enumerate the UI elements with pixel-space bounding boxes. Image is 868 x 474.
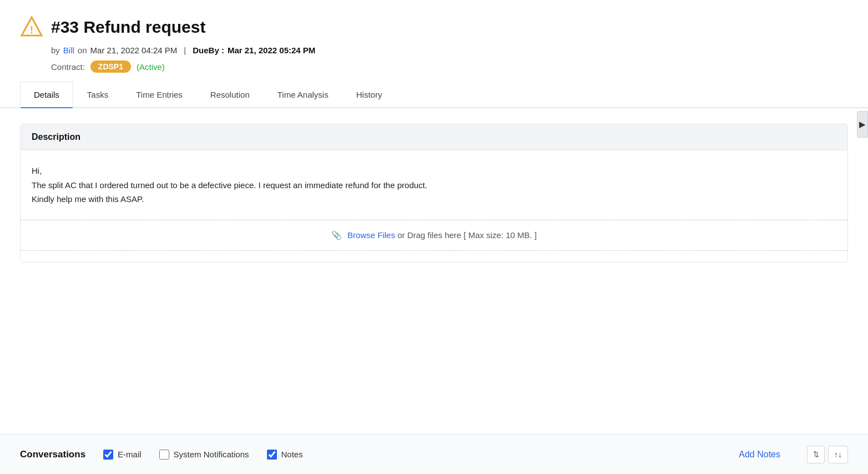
meta-row: by Bill on Mar 21, 2022 04:24 PM | DueBy… bbox=[20, 46, 848, 55]
description-line2: The split AC that I ordered turned out t… bbox=[32, 180, 427, 190]
system-notifications-checkbox[interactable] bbox=[159, 450, 169, 460]
tab-time-analysis[interactable]: Time Analysis bbox=[264, 82, 342, 108]
arrow-down-icon: ↓ bbox=[838, 450, 842, 459]
file-upload-area[interactable]: 📎 Browse Files or Drag files here [ Max … bbox=[21, 220, 847, 251]
add-notes-button[interactable]: Add Notes bbox=[739, 450, 780, 460]
email-checkbox-group: E-mail bbox=[103, 450, 142, 460]
svg-text:!: ! bbox=[30, 24, 33, 36]
notes-checkbox[interactable] bbox=[267, 450, 277, 460]
tab-resolution[interactable]: Resolution bbox=[196, 82, 264, 108]
arrow-up-icon: ↑ bbox=[834, 450, 838, 459]
description-body: Hi, The split AC that I ordered turned o… bbox=[21, 150, 847, 220]
sort-updown-icon: ⇅ bbox=[813, 450, 819, 458]
created-date: Mar 21, 2022 04:24 PM bbox=[90, 46, 178, 55]
tab-details[interactable]: Details bbox=[20, 82, 73, 108]
contract-label: Contract: bbox=[51, 62, 85, 72]
notes-label[interactable]: Notes bbox=[281, 450, 303, 459]
system-notifications-label[interactable]: System Notifications bbox=[174, 450, 249, 459]
sort-updown-button[interactable]: ⇅ bbox=[807, 446, 825, 463]
tab-history[interactable]: History bbox=[342, 82, 396, 108]
sort-arrows: ⇅ ↑↓ bbox=[807, 446, 848, 463]
ticket-header: ! #33 Refund request by Bill on Mar 21, … bbox=[0, 0, 868, 82]
description-line3: Kindly help me with this ASAP. bbox=[32, 194, 144, 204]
sort-up-down-button[interactable]: ↑↓ bbox=[828, 446, 848, 463]
user-link[interactable]: Bill bbox=[63, 46, 74, 55]
separator: | bbox=[184, 46, 186, 55]
main-content: Description Hi, The split AC that I orde… bbox=[0, 108, 868, 291]
by-label: by bbox=[51, 46, 60, 55]
tab-tasks[interactable]: Tasks bbox=[73, 82, 122, 108]
title-row: ! #33 Refund request bbox=[20, 16, 848, 39]
chevron-right-icon: ▶ bbox=[859, 119, 866, 129]
description-header: Description bbox=[21, 124, 847, 150]
contract-badge[interactable]: ZDSP1 bbox=[90, 60, 131, 73]
conversations-label: Conversations bbox=[20, 449, 85, 460]
warning-icon: ! bbox=[20, 16, 43, 39]
description-footer bbox=[21, 251, 847, 262]
active-label: (Active) bbox=[137, 62, 165, 72]
ticket-title: #33 Refund request bbox=[51, 18, 205, 37]
description-line1: Hi, bbox=[32, 166, 42, 175]
bottom-bar: Conversations E-mail System Notification… bbox=[0, 434, 868, 474]
browse-files-link[interactable]: Browse Files bbox=[347, 230, 395, 240]
on-label: on bbox=[78, 46, 87, 55]
tabs-container: Details Tasks Time Entries Resolution Ti… bbox=[0, 82, 868, 108]
tab-time-entries[interactable]: Time Entries bbox=[122, 82, 196, 108]
contract-row: Contract: ZDSP1 (Active) bbox=[20, 60, 848, 73]
paperclip-icon: 📎 bbox=[331, 230, 342, 240]
description-card: Description Hi, The split AC that I orde… bbox=[20, 124, 848, 263]
email-checkbox[interactable] bbox=[103, 450, 113, 460]
email-label[interactable]: E-mail bbox=[118, 450, 142, 459]
dueby-label: DueBy : bbox=[193, 46, 224, 55]
notes-checkbox-group: Notes bbox=[267, 450, 303, 460]
sidebar-toggle[interactable]: ▶ bbox=[857, 111, 868, 138]
due-date: Mar 21, 2022 05:24 PM bbox=[228, 46, 315, 55]
upload-instructions: or Drag files here [ Max size: 10 MB. ] bbox=[397, 230, 537, 240]
system-notifications-checkbox-group: System Notifications bbox=[159, 450, 249, 460]
